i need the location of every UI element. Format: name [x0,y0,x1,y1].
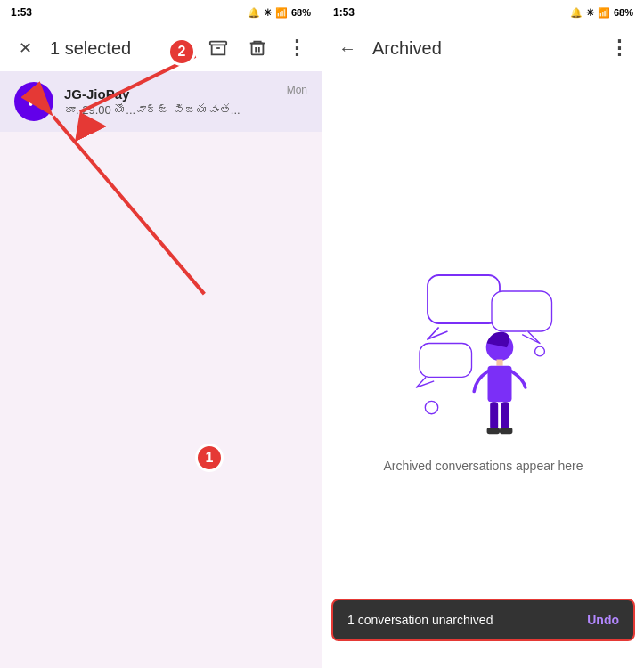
conversation-content: JG-JioPay రూ. 29.00 యొ...చార్జ్ విజయవంత.… [64,86,276,117]
snackbar-message: 1 conversation unarchived [347,613,493,627]
right-notification-icon: 🔔 [570,7,583,19]
annotation-circle-2: 2 [167,37,196,66]
left-panel: 1:53 🔔 ✳ 📶 68% ✕ 1 selected [0,0,322,668]
delete-button[interactable] [240,30,275,66]
conversation-item[interactable]: ✓ JG-JioPay రూ. 29.00 యొ...చార్జ్ విజయవం… [0,71,322,132]
avatar: ✓ [14,82,53,121]
conversation-preview: రూ. 29.00 యొ...చార్జ్ విజయవంత... [64,103,276,117]
svg-rect-17 [500,428,512,434]
close-icon: ✕ [19,38,32,58]
svg-rect-15 [501,402,509,430]
back-button[interactable]: ← [330,30,365,66]
delete-icon [248,38,267,58]
close-selection-button[interactable]: ✕ [7,30,43,66]
svg-rect-12 [496,360,502,366]
right-panel: 1:53 🔔 ✳ 📶 68% ← Archived ⋮ [322,0,644,668]
right-status-icons: 🔔 ✳ 📶 68% [570,7,633,19]
undo-button[interactable]: Undo [587,613,619,627]
wifi-icon: 📶 [275,7,288,19]
left-status-bar: 1:53 🔔 ✳ 📶 68% [0,0,322,25]
svg-point-10 [425,401,437,413]
left-status-icons: 🔔 ✳ 📶 68% [248,7,311,19]
right-status-bar: 1:53 🔔 ✳ 📶 68% [322,0,644,25]
right-battery: 68% [614,7,633,18]
conversation-time: Mon [287,84,307,96]
toolbar-actions: ⋮ [200,30,314,66]
archive-button[interactable] [200,30,236,66]
archived-title: Archived [372,38,594,59]
right-bluetooth-icon: ✳ [586,7,594,19]
back-icon: ← [338,38,356,59]
right-more-icon: ⋮ [609,37,629,60]
snackbar: 1 conversation unarchived Undo [331,599,635,641]
right-time: 1:53 [333,6,355,19]
svg-rect-6 [428,275,500,323]
right-wifi-icon: 📶 [598,7,610,19]
selection-toolbar: ✕ 1 selected ⋮ [0,25,322,71]
right-more-button[interactable]: ⋮ [601,30,637,66]
svg-rect-8 [420,344,472,378]
empty-state-text: Archived conversations appear here [383,459,583,473]
svg-point-9 [534,346,544,356]
archived-empty-state: Archived conversations appear here [322,71,644,668]
checkmark-icon: ✓ [26,90,42,113]
svg-rect-7 [492,291,552,331]
conversation-name: JG-JioPay [64,86,276,102]
more-options-button[interactable]: ⋮ [279,30,314,66]
empty-state-illustration [404,266,564,444]
left-time: 1:53 [11,6,32,19]
svg-rect-13 [487,366,511,403]
notification-icon: 🔔 [248,7,260,19]
svg-rect-16 [486,428,499,434]
conversation-list: ✓ JG-JioPay రూ. 29.00 యొ...చార్జ్ విజయవం… [0,71,322,668]
archive-icon [208,38,228,58]
more-icon: ⋮ [287,37,307,60]
bluetooth-icon: ✳ [264,7,272,19]
svg-rect-0 [210,42,226,45]
battery-left: 68% [291,7,311,18]
svg-rect-14 [490,402,498,430]
archived-toolbar: ← Archived ⋮ [322,25,644,71]
annotation-circle-1: 1 [195,444,224,472]
svg-rect-1 [252,44,264,55]
